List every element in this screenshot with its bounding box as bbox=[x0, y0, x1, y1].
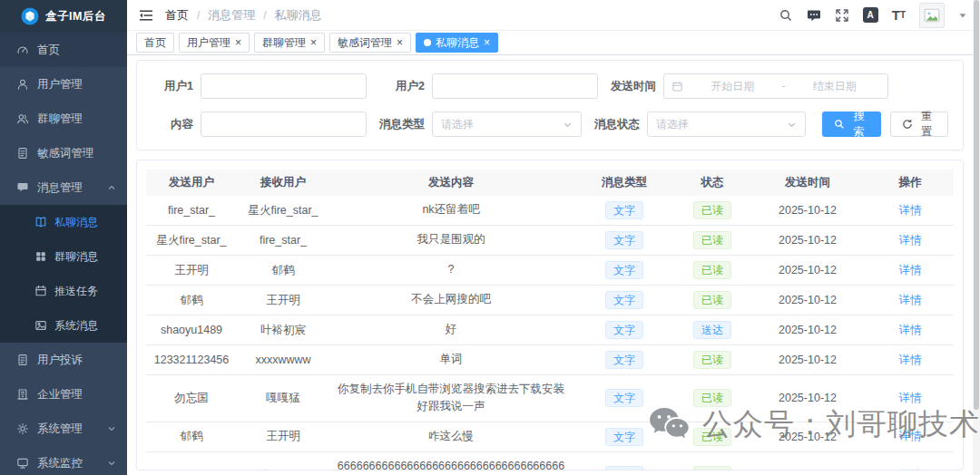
status-badge: 已读 bbox=[693, 351, 731, 369]
search-icon[interactable] bbox=[779, 8, 793, 23]
image-icon bbox=[34, 319, 47, 332]
user2-input[interactable] bbox=[432, 73, 598, 99]
breadcrumb: 首页 / 消息管理 / 私聊消息 bbox=[165, 7, 322, 24]
tab-敏感词管理[interactable]: 敏感词管理× bbox=[329, 33, 411, 53]
sidebar-item-label: 群聊消息 bbox=[54, 249, 98, 265]
sidebar-item-系统监控[interactable]: 系统监控 bbox=[0, 446, 127, 475]
msg-status-select[interactable]: 请选择 bbox=[647, 111, 806, 137]
message-icon[interactable] bbox=[807, 8, 821, 23]
collapse-sidebar-icon[interactable] bbox=[127, 9, 165, 22]
type-badge: 文字 bbox=[605, 321, 643, 339]
sidebar-item-用户投诉[interactable]: 用户投诉 bbox=[0, 343, 127, 377]
detail-link[interactable]: 详情 bbox=[899, 469, 922, 470]
sidebar-item-推送任务[interactable]: 推送任务 bbox=[0, 274, 127, 308]
sidebar-item-label: 首页 bbox=[37, 43, 60, 58]
sidebar-item-label: 敏感词管理 bbox=[37, 146, 94, 161]
topbar-actions: ATT bbox=[779, 3, 980, 28]
close-icon[interactable]: × bbox=[397, 37, 403, 48]
content-input[interactable] bbox=[201, 111, 367, 137]
search-button[interactable]: 搜索 bbox=[822, 111, 881, 137]
avatar[interactable] bbox=[919, 3, 945, 28]
active-tab-dot bbox=[424, 39, 431, 46]
user1-label: 用户1 bbox=[152, 79, 201, 94]
table-row: shaoyu1489叶裕初宸好文字送达2025-10-12详情 bbox=[146, 315, 954, 345]
close-icon[interactable]: × bbox=[235, 37, 241, 48]
sidebar-item-用户管理[interactable]: 用户管理 bbox=[0, 67, 127, 102]
chevron-down-icon[interactable] bbox=[958, 11, 967, 20]
font-size-icon[interactable]: TT bbox=[892, 7, 906, 23]
table-row: fire_star_星火fire_star_666666666666666666… bbox=[146, 451, 954, 470]
table-row: 星火fire_star_fire_star_我只是围观的文字已读2025-10-… bbox=[146, 226, 954, 256]
grid-icon bbox=[34, 250, 47, 263]
status-badge: 已读 bbox=[693, 231, 731, 249]
breadcrumb-home[interactable]: 首页 bbox=[165, 7, 189, 24]
breadcrumb-current: 私聊消息 bbox=[275, 7, 322, 24]
sidebar-item-label: 用户投诉 bbox=[37, 353, 83, 368]
status-badge: 已读 bbox=[693, 466, 731, 470]
tab-首页[interactable]: 首页 bbox=[136, 33, 174, 53]
cell-receiver: 嘎嘎猛 bbox=[237, 375, 329, 422]
sidebar-item-系统管理[interactable]: 系统管理 bbox=[0, 412, 127, 446]
monitor-icon bbox=[16, 457, 29, 470]
scrollbar[interactable] bbox=[973, 0, 980, 475]
detail-link[interactable]: 详情 bbox=[899, 354, 922, 366]
detail-link[interactable]: 详情 bbox=[899, 234, 922, 247]
status-badge: 已读 bbox=[693, 201, 731, 219]
tab-群聊管理[interactable]: 群聊管理× bbox=[254, 33, 325, 53]
calendar-icon bbox=[34, 285, 47, 297]
tab-label: 私聊消息 bbox=[436, 35, 479, 51]
sidebar-item-label: 私聊消息 bbox=[54, 215, 98, 230]
sidebar-item-消息管理[interactable]: 消息管理 bbox=[0, 170, 127, 205]
sidebar-item-群聊消息[interactable]: 群聊消息 bbox=[0, 239, 127, 274]
close-icon[interactable]: × bbox=[484, 37, 490, 48]
translate-icon[interactable]: A bbox=[863, 7, 878, 23]
table-row: 郁鹤王开明咋这么慢文字已读2025-10-12详情 bbox=[146, 422, 954, 451]
col-action: 操作 bbox=[867, 170, 954, 196]
detail-link[interactable]: 详情 bbox=[899, 294, 922, 306]
sidebar-item-首页[interactable]: 首页 bbox=[0, 33, 127, 67]
users-icon bbox=[16, 112, 29, 125]
type-badge: 文字 bbox=[605, 231, 643, 249]
send-time-range-picker[interactable]: 开始日期 - 结束日期 bbox=[663, 73, 888, 99]
type-badge: 文字 bbox=[605, 351, 643, 369]
detail-link[interactable]: 详情 bbox=[899, 204, 922, 217]
col-receiver: 接收用户 bbox=[237, 170, 329, 196]
main-content: 用户1 用户2 发送时间 开始日期 - 结束日期 bbox=[127, 55, 973, 475]
fullscreen-icon[interactable] bbox=[835, 8, 849, 23]
chevron-down-icon bbox=[107, 459, 116, 468]
user1-input[interactable] bbox=[201, 73, 367, 99]
scrollbar-thumb[interactable] bbox=[974, 0, 979, 410]
sidebar-item-label: 用户管理 bbox=[37, 77, 83, 92]
type-badge: 文字 bbox=[605, 466, 643, 470]
sidebar-item-敏感词管理[interactable]: 敏感词管理 bbox=[0, 136, 127, 170]
calendar-icon bbox=[671, 81, 683, 92]
tab-用户管理[interactable]: 用户管理× bbox=[179, 33, 250, 53]
cell-time: 2025-10-12 bbox=[749, 226, 867, 256]
tab-label: 群聊管理 bbox=[262, 35, 306, 51]
sidebar-item-群聊管理[interactable]: 群聊管理 bbox=[0, 102, 127, 136]
col-content: 发送内容 bbox=[329, 170, 573, 196]
reset-button[interactable]: 重置 bbox=[890, 111, 949, 137]
sidebar-item-企业管理[interactable]: 企业管理 bbox=[0, 377, 127, 412]
type-badge: 文字 bbox=[605, 261, 643, 279]
app-logo: 盒子IM后台 bbox=[0, 0, 127, 33]
tab-label: 敏感词管理 bbox=[338, 35, 392, 51]
close-icon[interactable]: × bbox=[310, 37, 317, 48]
cell-content: 我只是围观的 bbox=[329, 226, 573, 256]
gear-icon bbox=[16, 422, 29, 435]
table-body: fire_star_星火fire_star_nk还留着吧文字已读2025-10-… bbox=[146, 196, 954, 470]
sidebar-item-系统消息[interactable]: 系统消息 bbox=[0, 308, 127, 343]
detail-link[interactable]: 详情 bbox=[899, 430, 922, 442]
col-sender: 发送用户 bbox=[146, 170, 237, 196]
cell-receiver: 星火fire_star_ bbox=[237, 451, 329, 470]
col-time: 发送时间 bbox=[749, 170, 867, 196]
msg-type-select[interactable]: 请选择 bbox=[432, 111, 582, 137]
sidebar-item-私聊消息[interactable]: 私聊消息 bbox=[0, 205, 127, 239]
tab-私聊消息[interactable]: 私聊消息× bbox=[416, 33, 498, 53]
detail-link[interactable]: 详情 bbox=[899, 324, 922, 336]
chevron-down-icon bbox=[563, 120, 573, 130]
cell-sender: 123321123456 bbox=[146, 345, 237, 375]
detail-link[interactable]: 详情 bbox=[899, 264, 922, 276]
sidebar-item-label: 系统消息 bbox=[54, 318, 98, 334]
detail-link[interactable]: 详情 bbox=[899, 392, 922, 404]
